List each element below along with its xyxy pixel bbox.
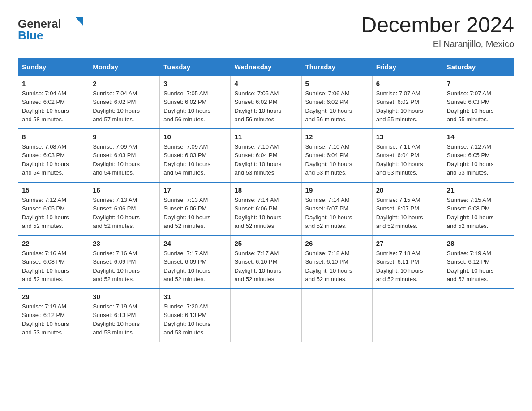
day-info: Sunrise: 7:15 AM Sunset: 6:07 PM Dayligh… — [376, 196, 439, 231]
day-info: Sunrise: 7:16 AM Sunset: 6:08 PM Dayligh… — [22, 249, 85, 284]
day-info: Sunrise: 7:09 AM Sunset: 6:03 PM Dayligh… — [163, 142, 227, 177]
day-number: 30 — [93, 293, 156, 300]
day-number: 5 — [305, 80, 369, 87]
day-number: 10 — [163, 133, 227, 141]
calendar-cell: 21 Sunrise: 7:15 AM Sunset: 6:08 PM Dayl… — [443, 182, 514, 235]
calendar-cell: 25 Sunrise: 7:17 AM Sunset: 6:10 PM Dayl… — [231, 235, 301, 289]
day-info: Sunrise: 7:18 AM Sunset: 6:10 PM Dayligh… — [305, 249, 369, 284]
calendar-cell: 31 Sunrise: 7:20 AM Sunset: 6:13 PM Dayl… — [160, 289, 231, 342]
calendar-cell: 3 Sunrise: 7:05 AM Sunset: 6:02 PM Dayli… — [160, 76, 231, 129]
day-info: Sunrise: 7:17 AM Sunset: 6:09 PM Dayligh… — [163, 249, 227, 284]
day-info: Sunrise: 7:20 AM Sunset: 6:13 PM Dayligh… — [163, 302, 227, 337]
day-info: Sunrise: 7:18 AM Sunset: 6:11 PM Dayligh… — [376, 249, 439, 284]
calendar-cell: 14 Sunrise: 7:12 AM Sunset: 6:05 PM Dayl… — [443, 129, 514, 182]
day-info: Sunrise: 7:13 AM Sunset: 6:06 PM Dayligh… — [93, 196, 156, 231]
day-number: 8 — [22, 133, 85, 141]
calendar-cell: 4 Sunrise: 7:05 AM Sunset: 6:02 PM Dayli… — [231, 76, 301, 129]
day-info: Sunrise: 7:04 AM Sunset: 6:02 PM Dayligh… — [93, 89, 156, 124]
day-number: 13 — [376, 133, 439, 141]
calendar-cell: 29 Sunrise: 7:19 AM Sunset: 6:12 PM Dayl… — [18, 289, 89, 342]
day-number: 3 — [163, 80, 227, 87]
calendar-cell: 30 Sunrise: 7:19 AM Sunset: 6:13 PM Dayl… — [89, 289, 160, 342]
calendar-cell: 28 Sunrise: 7:19 AM Sunset: 6:12 PM Dayl… — [443, 235, 514, 289]
header-tuesday: Tuesday — [160, 58, 231, 76]
day-number: 20 — [376, 186, 439, 194]
day-info: Sunrise: 7:19 AM Sunset: 6:13 PM Dayligh… — [93, 302, 156, 337]
day-info: Sunrise: 7:16 AM Sunset: 6:09 PM Dayligh… — [93, 249, 156, 284]
title-block: December 2024 El Naranjillo, Mexico — [361, 13, 514, 49]
day-number: 25 — [234, 240, 297, 247]
calendar-cell: 22 Sunrise: 7:16 AM Sunset: 6:08 PM Dayl… — [18, 235, 89, 289]
page-header: General Blue December 2024 El Naranjillo… — [18, 13, 514, 49]
day-number: 28 — [447, 240, 510, 247]
day-number: 7 — [447, 80, 510, 87]
week-row-2: 8 Sunrise: 7:08 AM Sunset: 6:03 PM Dayli… — [18, 129, 514, 182]
day-number: 1 — [22, 80, 85, 87]
calendar-cell: 23 Sunrise: 7:16 AM Sunset: 6:09 PM Dayl… — [89, 235, 160, 289]
calendar-cell: 7 Sunrise: 7:07 AM Sunset: 6:03 PM Dayli… — [443, 76, 514, 129]
calendar-cell: 19 Sunrise: 7:14 AM Sunset: 6:07 PM Dayl… — [301, 182, 372, 235]
location: El Naranjillo, Mexico — [361, 39, 514, 49]
day-info: Sunrise: 7:14 AM Sunset: 6:07 PM Dayligh… — [305, 196, 369, 231]
day-number: 31 — [163, 293, 227, 300]
day-info: Sunrise: 7:07 AM Sunset: 6:03 PM Dayligh… — [447, 89, 510, 124]
day-number: 17 — [163, 186, 227, 194]
day-number: 14 — [447, 133, 510, 141]
logo-svg: General Blue — [18, 13, 83, 43]
calendar-cell: 1 Sunrise: 7:04 AM Sunset: 6:02 PM Dayli… — [18, 76, 89, 129]
calendar-cell — [231, 289, 301, 342]
calendar-cell: 8 Sunrise: 7:08 AM Sunset: 6:03 PM Dayli… — [18, 129, 89, 182]
svg-text:Blue: Blue — [18, 29, 43, 42]
day-info: Sunrise: 7:12 AM Sunset: 6:05 PM Dayligh… — [447, 142, 510, 177]
calendar-cell: 10 Sunrise: 7:09 AM Sunset: 6:03 PM Dayl… — [160, 129, 231, 182]
day-info: Sunrise: 7:05 AM Sunset: 6:02 PM Dayligh… — [163, 89, 227, 124]
day-number: 23 — [93, 240, 156, 247]
week-row-4: 22 Sunrise: 7:16 AM Sunset: 6:08 PM Dayl… — [18, 235, 514, 289]
day-number: 9 — [93, 133, 156, 141]
logo: General Blue — [18, 13, 83, 43]
calendar-cell: 15 Sunrise: 7:12 AM Sunset: 6:05 PM Dayl… — [18, 182, 89, 235]
svg-marker-1 — [75, 17, 83, 27]
day-info: Sunrise: 7:04 AM Sunset: 6:02 PM Dayligh… — [22, 89, 85, 124]
calendar-cell: 26 Sunrise: 7:18 AM Sunset: 6:10 PM Dayl… — [301, 235, 372, 289]
day-number: 2 — [93, 80, 156, 87]
day-number: 12 — [305, 133, 369, 141]
day-info: Sunrise: 7:09 AM Sunset: 6:03 PM Dayligh… — [93, 142, 156, 177]
calendar-cell: 18 Sunrise: 7:14 AM Sunset: 6:06 PM Dayl… — [231, 182, 301, 235]
day-number: 15 — [22, 186, 85, 194]
header-monday: Monday — [89, 58, 160, 76]
day-number: 29 — [22, 293, 85, 300]
week-row-3: 15 Sunrise: 7:12 AM Sunset: 6:05 PM Dayl… — [18, 182, 514, 235]
calendar-cell — [301, 289, 372, 342]
calendar-cell: 2 Sunrise: 7:04 AM Sunset: 6:02 PM Dayli… — [89, 76, 160, 129]
day-number: 22 — [22, 240, 85, 247]
day-number: 27 — [376, 240, 439, 247]
calendar-cell: 5 Sunrise: 7:06 AM Sunset: 6:02 PM Dayli… — [301, 76, 372, 129]
day-info: Sunrise: 7:14 AM Sunset: 6:06 PM Dayligh… — [234, 196, 297, 231]
day-info: Sunrise: 7:08 AM Sunset: 6:03 PM Dayligh… — [22, 142, 85, 177]
day-number: 6 — [376, 80, 439, 87]
day-number: 21 — [447, 186, 510, 194]
calendar-cell: 27 Sunrise: 7:18 AM Sunset: 6:11 PM Dayl… — [372, 235, 443, 289]
calendar-cell: 20 Sunrise: 7:15 AM Sunset: 6:07 PM Dayl… — [372, 182, 443, 235]
day-info: Sunrise: 7:12 AM Sunset: 6:05 PM Dayligh… — [22, 196, 85, 231]
header-thursday: Thursday — [301, 58, 372, 76]
day-info: Sunrise: 7:10 AM Sunset: 6:04 PM Dayligh… — [305, 142, 369, 177]
calendar-cell: 24 Sunrise: 7:17 AM Sunset: 6:09 PM Dayl… — [160, 235, 231, 289]
day-info: Sunrise: 7:19 AM Sunset: 6:12 PM Dayligh… — [447, 249, 510, 284]
calendar-cell: 9 Sunrise: 7:09 AM Sunset: 6:03 PM Dayli… — [89, 129, 160, 182]
day-number: 19 — [305, 186, 369, 194]
week-row-5: 29 Sunrise: 7:19 AM Sunset: 6:12 PM Dayl… — [18, 289, 514, 342]
calendar-cell — [443, 289, 514, 342]
day-info: Sunrise: 7:13 AM Sunset: 6:06 PM Dayligh… — [163, 196, 227, 231]
calendar-cell: 6 Sunrise: 7:07 AM Sunset: 6:02 PM Dayli… — [372, 76, 443, 129]
day-number: 4 — [234, 80, 297, 87]
calendar-cell: 17 Sunrise: 7:13 AM Sunset: 6:06 PM Dayl… — [160, 182, 231, 235]
header-sunday: Sunday — [18, 58, 89, 76]
day-number: 26 — [305, 240, 369, 247]
header-friday: Friday — [372, 58, 443, 76]
calendar-cell: 13 Sunrise: 7:11 AM Sunset: 6:04 PM Dayl… — [372, 129, 443, 182]
day-info: Sunrise: 7:19 AM Sunset: 6:12 PM Dayligh… — [22, 302, 85, 337]
month-title: December 2024 — [361, 13, 514, 37]
header-wednesday: Wednesday — [231, 58, 301, 76]
